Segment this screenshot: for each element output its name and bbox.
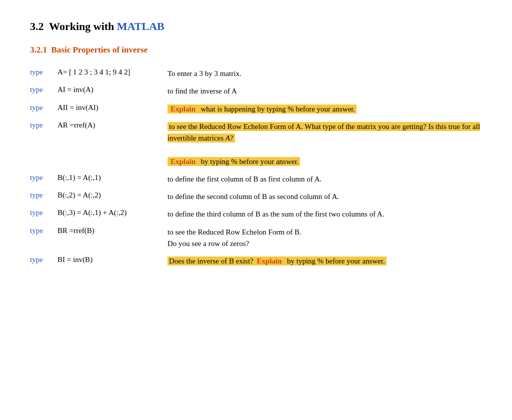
table-row: type AR =rref(A) to see the Reduced Row … <box>30 118 482 170</box>
section-title-plain: Working with <box>49 20 114 32</box>
code-cell: BR =rref(B) <box>58 224 168 253</box>
italic-A: A <box>226 134 230 142</box>
table-row: type BI = inv(B) Does the inverse of B e… <box>30 252 482 270</box>
code-cell: BI = inv(B) <box>58 252 168 270</box>
explain-label-2: Explain <box>169 157 197 166</box>
type-label: type <box>30 206 58 223</box>
subsection-title: 3.2.1 Basic Properties of inverse <box>30 45 482 55</box>
entries-table: type A= [ 1 2 3 ; 3 4 1; 9 4 2] To enter… <box>30 65 482 270</box>
explain-label-3: Explain <box>255 256 283 266</box>
type-label: type <box>30 82 58 100</box>
explain-label: Explain <box>169 104 197 114</box>
section-title: 3.2 Working with MATLAB <box>30 20 482 33</box>
subsection-number: 3.2.1 <box>30 45 47 54</box>
type-label: type <box>30 188 58 206</box>
desc-cell: to see the Reduced Row Echelon Form of A… <box>168 118 482 170</box>
code-cell: AR =rref(A) <box>58 118 168 170</box>
table-row: type B(:,3) = A(:,1) + A(:,2) to define … <box>30 206 482 223</box>
code-cell: AI = inv(A) <box>58 82 168 100</box>
subsection-title-text: Basic Properties of inverse <box>52 45 148 54</box>
desc-cell: to define the second column of B as seco… <box>168 188 482 206</box>
code-cell: AII = inv(AI) <box>58 100 168 118</box>
code-cell: B(:,2) = A(:,2) <box>58 188 168 206</box>
highlighted-text: to see the Reduced Row Echelon Form of A… <box>168 122 480 142</box>
section-title-accent: MATLAB <box>117 20 164 32</box>
code-cell: B(:,1) = A(:,1) <box>58 170 168 188</box>
desc-cell: to define the first column of B as first… <box>168 170 482 188</box>
table-row: type BR =rref(B) to see the Reduced Row … <box>30 224 482 253</box>
table-row: type B(:,2) = A(:,2) to define the secon… <box>30 188 482 206</box>
type-label: type <box>30 252 58 270</box>
desc-cell: to define the third column of B as the s… <box>168 206 482 223</box>
table-row: type AI = inv(A) to find the inverse of … <box>30 82 482 100</box>
code-cell: B(:,3) = A(:,1) + A(:,2) <box>58 206 168 223</box>
table-row: type AII = inv(AI) Explain what is happe… <box>30 100 482 118</box>
highlighted-text: Explain what is happening by typing % be… <box>168 104 356 114</box>
desc-cell: Explain what is happening by typing % be… <box>168 100 482 118</box>
type-label: type <box>30 118 58 170</box>
section-number: 3.2 <box>30 20 44 32</box>
desc-cell: to see the Reduced Row Echelon Form of B… <box>168 224 482 253</box>
type-label: type <box>30 224 58 253</box>
table-row: type A= [ 1 2 3 ; 3 4 1; 9 4 2] To enter… <box>30 65 482 82</box>
type-label: type <box>30 170 58 188</box>
code-cell: A= [ 1 2 3 ; 3 4 1; 9 4 2] <box>58 65 168 82</box>
highlighted-text-3: Does the inverse of B exist? Explain by … <box>168 256 386 266</box>
desc-cell: To enter a 3 by 3 matrix. <box>168 65 482 82</box>
desc-cell: Does the inverse of B exist? Explain by … <box>168 252 482 270</box>
table-row: type B(:,1) = A(:,1) to define the first… <box>30 170 482 188</box>
highlighted-text-2: Explain by typing % before your answer. <box>168 157 300 166</box>
type-label: type <box>30 100 58 118</box>
desc-cell: to find the inverse of A <box>168 82 482 100</box>
type-label: type <box>30 65 58 82</box>
